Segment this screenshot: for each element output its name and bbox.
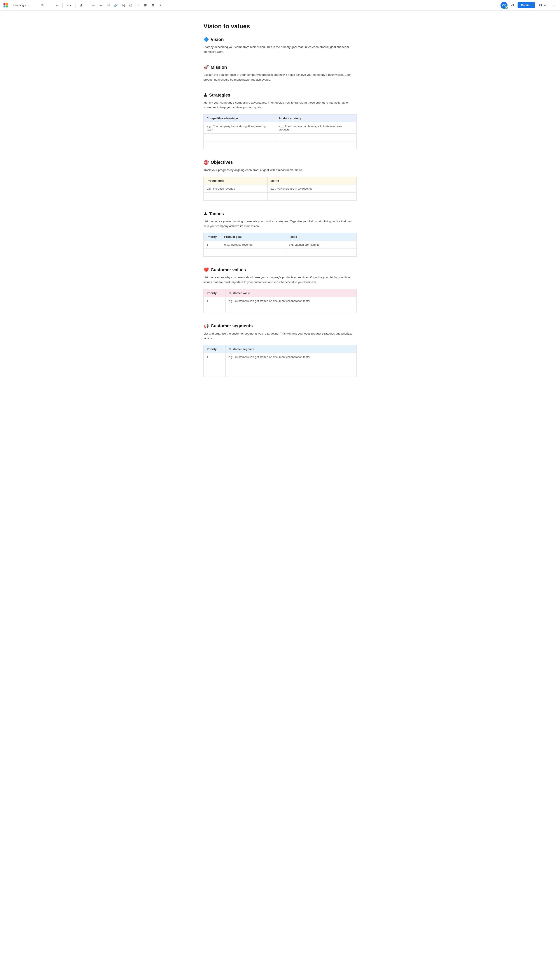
- strategies-cell-3-2[interactable]: [275, 141, 357, 149]
- cs-cell-2-1[interactable]: [204, 361, 225, 369]
- mission-heading-text[interactable]: Mission: [211, 65, 227, 70]
- table-row: [204, 193, 357, 201]
- objectives-cell-1-1[interactable]: e.g., Increase revenue: [204, 185, 268, 193]
- emoji-button[interactable]: ☺: [135, 2, 141, 8]
- tactics-cell-1-2[interactable]: e.g., Increase revenue: [221, 241, 286, 249]
- cv-cell-2-2[interactable]: [225, 305, 357, 313]
- table-header-row: Competitive advantage Product strategy: [204, 114, 357, 122]
- cv-col-2[interactable]: Customer value: [225, 289, 357, 297]
- cv-col-1[interactable]: Priority: [204, 289, 225, 297]
- vision-heading-text[interactable]: Vision: [211, 37, 224, 42]
- cv-cell-2-1[interactable]: [204, 305, 225, 313]
- tactics-table: Priority Product goal Tactic 1 e.g., Inc…: [203, 233, 357, 257]
- customer-values-section: ❤️ Customer values List the reasons why …: [203, 267, 357, 313]
- table-row: e.g., The company has a strong AI engine…: [204, 122, 357, 133]
- toolbar-right: CK + ⏱ Publish Close ···: [500, 2, 557, 9]
- page-title[interactable]: Vision to values: [203, 23, 357, 30]
- strategies-cell-1-1[interactable]: e.g., The company has a strong AI engine…: [204, 122, 275, 133]
- customer-values-heading: ❤️ Customer values: [203, 267, 357, 273]
- table-row: 1 e.g., Customers can get started on doc…: [204, 297, 357, 305]
- strategies-cell-2-2[interactable]: [275, 133, 357, 141]
- avatar-plus-badge: +: [505, 6, 508, 9]
- customer-values-heading-text[interactable]: Customer values: [211, 268, 246, 273]
- numbered-list-button[interactable]: ≔: [98, 2, 104, 8]
- objectives-cell-2-1[interactable]: [204, 193, 268, 201]
- content-area: Vision to values 🔷 Vision Start by descr…: [199, 10, 361, 405]
- table-header-row: Priority Customer segment: [204, 345, 357, 353]
- checkbox-button[interactable]: ☑: [105, 2, 112, 8]
- align-button[interactable]: ≡ ▾: [64, 2, 73, 8]
- heading-selector-label: Heading 2: [13, 3, 26, 7]
- customer-values-description: List the reasons why customers should us…: [203, 275, 357, 284]
- tactics-col-1[interactable]: Priority: [204, 233, 221, 241]
- more-options-button[interactable]: ···: [551, 2, 557, 8]
- objectives-cell-2-2[interactable]: [267, 193, 356, 201]
- tactics-col-2[interactable]: Product goal: [221, 233, 286, 241]
- customer-segments-description: List and organize the customer segments …: [203, 331, 357, 341]
- objectives-cell-1-2[interactable]: e.g., 40% increase in y/y revenue: [267, 185, 356, 193]
- tactics-cell-2-2[interactable]: [221, 249, 286, 257]
- mission-heading: 🚀 Mission: [203, 65, 357, 70]
- strategies-cell-2-1[interactable]: [204, 133, 275, 141]
- tactics-description: List the tactics you're planning to exec…: [203, 219, 357, 228]
- cs-col-2[interactable]: Customer segment: [225, 345, 357, 353]
- cs-cell-2-2[interactable]: [225, 361, 357, 369]
- table-row: [204, 369, 357, 376]
- cs-cell-1-2[interactable]: e.g., Customers can get started on docum…: [225, 353, 357, 361]
- customer-segments-heading-text[interactable]: Customer segments: [211, 323, 253, 328]
- table-row: e.g., Increase revenue e.g., 40% increas…: [204, 185, 357, 193]
- cs-cell-3-1[interactable]: [204, 369, 225, 376]
- table-button[interactable]: ⊞: [142, 2, 149, 8]
- heading-selector[interactable]: Heading 2 ▾: [12, 2, 35, 8]
- cs-cell-1-1[interactable]: 1: [204, 353, 225, 361]
- cv-cell-1-1[interactable]: 1: [204, 297, 225, 305]
- tactics-col-3[interactable]: Tactic: [286, 233, 357, 241]
- more-insert-button[interactable]: +: [157, 2, 163, 8]
- strategies-col-1[interactable]: Competitive advantage: [204, 114, 275, 122]
- strategies-cell-1-2[interactable]: e.g., The company can leverage AI to dev…: [275, 122, 357, 133]
- publish-button[interactable]: Publish: [518, 2, 535, 8]
- table-row: [204, 305, 357, 313]
- cs-col-1[interactable]: Priority: [204, 345, 225, 353]
- italic-button[interactable]: I: [47, 2, 53, 8]
- app-logo: [3, 2, 9, 8]
- user-avatar[interactable]: CK +: [500, 2, 508, 9]
- objectives-col-2[interactable]: Metric: [267, 177, 356, 185]
- objectives-heading-text[interactable]: Objectives: [211, 160, 233, 165]
- vision-description: Start by describing your company's main …: [203, 45, 357, 54]
- cv-cell-1-2[interactable]: e.g., Customers can get started on docum…: [225, 297, 357, 305]
- tactics-cell-2-1[interactable]: [204, 249, 221, 257]
- strategies-emoji: ♟: [203, 92, 207, 98]
- cs-cell-3-2[interactable]: [225, 369, 357, 376]
- tactics-cell-1-1[interactable]: 1: [204, 241, 221, 249]
- tactics-heading-text[interactable]: Tactics: [209, 211, 224, 216]
- mention-button[interactable]: @: [127, 2, 134, 8]
- close-button[interactable]: Close: [537, 2, 549, 8]
- text-color-button[interactable]: A ▾: [77, 2, 87, 8]
- strategies-heading: ♟ Strategies: [203, 92, 357, 98]
- tactics-cell-2-3[interactable]: [286, 249, 357, 257]
- strategies-col-2[interactable]: Product strategy: [275, 114, 357, 122]
- objectives-col-1[interactable]: Product goal: [204, 177, 268, 185]
- customer-segments-heading: 📢 Customer segments: [203, 323, 357, 329]
- vision-heading: 🔷 Vision: [203, 37, 357, 42]
- avatar-initials: CK: [502, 4, 506, 7]
- history-button[interactable]: ⏱: [509, 2, 516, 8]
- strategies-heading-text[interactable]: Strategies: [209, 93, 230, 98]
- more-text-button[interactable]: ···: [54, 2, 61, 8]
- image-button[interactable]: 🖼: [120, 2, 127, 8]
- columns-button[interactable]: ⊟: [150, 2, 156, 8]
- svg-rect-2: [3, 5, 5, 7]
- objectives-heading: 🎯 Objectives: [203, 160, 357, 165]
- customer-values-emoji: ❤️: [203, 267, 209, 273]
- bullet-list-button[interactable]: ☰: [90, 2, 97, 8]
- toolbar-divider-4: [88, 3, 88, 8]
- strategies-cell-3-1[interactable]: [204, 141, 275, 149]
- tactics-cell-1-3[interactable]: e.g. Launch premium tier: [286, 241, 357, 249]
- bold-button[interactable]: B: [39, 2, 46, 8]
- table-row: 1 e.g., Customers can get started on doc…: [204, 353, 357, 361]
- table-row: [204, 249, 357, 257]
- strategies-section: ♟ Strategies Identify your company's com…: [203, 92, 357, 149]
- link-button[interactable]: 🔗: [112, 2, 119, 8]
- customer-segments-table: Priority Customer segment 1 e.g., Custom…: [203, 345, 357, 377]
